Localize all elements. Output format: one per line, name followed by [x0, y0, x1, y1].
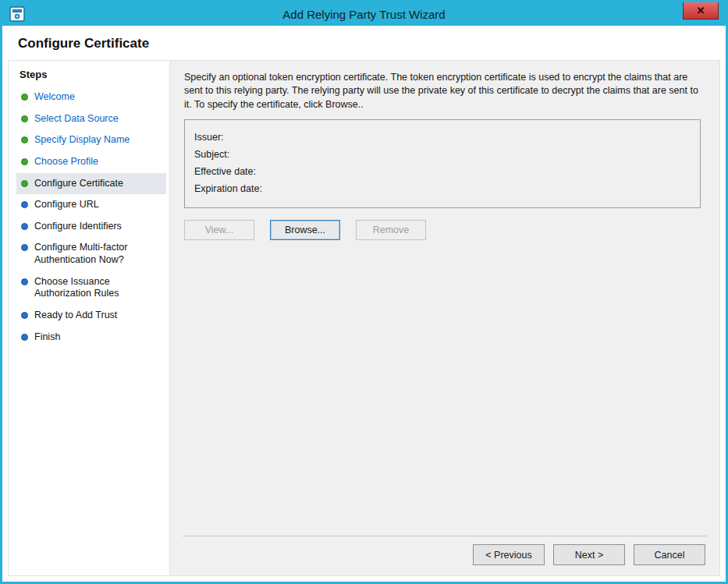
step-pending-dot — [21, 312, 28, 319]
close-button[interactable]: ✕ — [683, 2, 719, 19]
step-label: Ready to Add Trust — [34, 310, 117, 322]
instruction-text: Specify an optional token encryption cer… — [184, 71, 701, 111]
step-label: Choose Issuance Authorization Rules — [34, 276, 163, 300]
step-choose-issuance-rules: Choose Issuance Authorization Rules — [16, 271, 166, 305]
content-inner: Specify an optional token encryption cer… — [170, 61, 719, 536]
next-button[interactable]: Next > — [553, 544, 625, 565]
title-bar: Add Relying Party Trust Wizard ✕ — [2, 2, 726, 26]
step-choose-profile[interactable]: Choose Profile — [16, 151, 166, 173]
remove-button: Remove — [356, 220, 426, 240]
steps-heading: Steps — [20, 69, 166, 80]
effective-date-field-label: Effective date: — [194, 166, 691, 177]
expiration-date-field-label: Expiration date: — [194, 183, 691, 194]
steps-list: Welcome Select Data Source Specify Displ… — [16, 87, 166, 348]
step-label: Finish — [34, 331, 60, 344]
page-title: Configure Certificate — [2, 26, 726, 60]
step-done-dot — [21, 94, 28, 101]
step-label: Select Data Source — [34, 113, 119, 126]
step-pending-dot — [21, 223, 28, 230]
step-pending-dot — [21, 201, 28, 208]
step-welcome[interactable]: Welcome — [16, 87, 166, 108]
browse-button[interactable]: Browse... — [270, 220, 340, 240]
step-pending-dot — [21, 334, 28, 341]
step-current-dot — [21, 180, 28, 187]
step-done-dot — [21, 115, 28, 122]
wizard-window: Add Relying Party Trust Wizard ✕ Configu… — [0, 0, 728, 584]
step-configure-certificate: Configure Certificate — [16, 173, 166, 195]
step-label: Configure Identifiers — [34, 221, 122, 233]
step-configure-identifiers: Configure Identifiers — [16, 216, 166, 238]
step-select-data-source[interactable]: Select Data Source — [16, 108, 166, 130]
step-done-dot — [21, 136, 28, 143]
content-pane: Specify an optional token encryption cer… — [170, 61, 719, 575]
steps-sidebar: Steps Welcome Select Data Source Specify… — [9, 61, 170, 575]
window-title: Add Relying Party Trust Wizard — [2, 8, 726, 21]
subject-field-label: Subject: — [194, 149, 691, 160]
wizard-footer: < Previous Next > Cancel — [183, 536, 707, 575]
step-done-dot — [21, 158, 28, 165]
wizard-body: Steps Welcome Select Data Source Specify… — [8, 60, 720, 576]
step-configure-url: Configure URL — [16, 194, 166, 216]
issuer-field-label: Issuer: — [194, 132, 691, 143]
step-pending-dot — [21, 278, 28, 285]
certificate-details-box: Issuer: Subject: Effective date: Expirat… — [184, 119, 701, 208]
step-label: Configure Certificate — [34, 178, 123, 190]
step-finish: Finish — [16, 327, 166, 349]
cancel-button[interactable]: Cancel — [634, 544, 705, 565]
previous-button[interactable]: < Previous — [473, 544, 545, 565]
step-label: Configure URL — [34, 199, 99, 211]
certificate-actions: View... Browse... Remove — [184, 220, 701, 240]
step-label: Configure Multi-factor Authentication No… — [34, 242, 163, 266]
step-ready-to-add-trust: Ready to Add Trust — [16, 305, 166, 327]
step-label: Specify Display Name — [34, 134, 130, 147]
step-pending-dot — [21, 244, 28, 251]
view-button: View... — [184, 220, 254, 240]
step-configure-mfa: Configure Multi-factor Authentication No… — [16, 237, 166, 271]
step-label: Welcome — [34, 91, 75, 104]
step-label: Choose Profile — [34, 156, 98, 168]
step-specify-display-name[interactable]: Specify Display Name — [16, 129, 166, 151]
